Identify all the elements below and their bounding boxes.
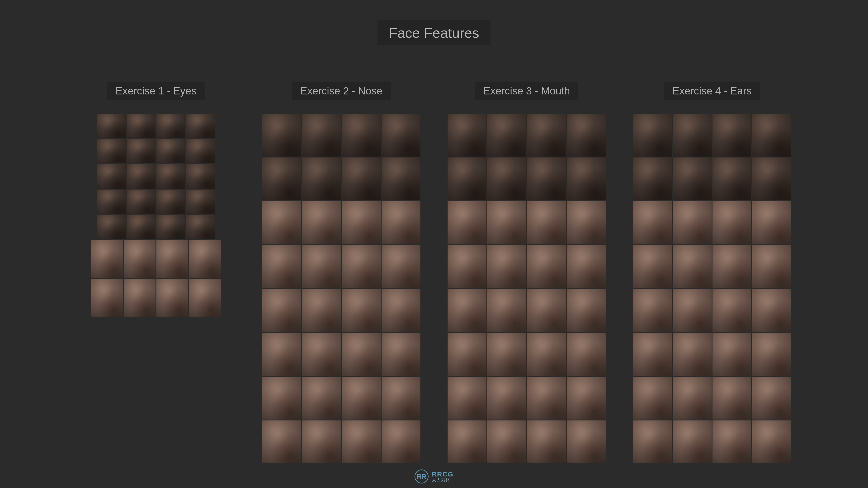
thumb (673, 377, 712, 420)
thumb (262, 201, 301, 244)
column-nose-title: Exercise 2 - Nose (292, 82, 391, 100)
thumb (381, 420, 421, 463)
thumb (487, 245, 526, 288)
thumb (124, 240, 156, 278)
column-nose: Exercise 2 - Nose (262, 82, 421, 463)
thumb (91, 279, 123, 317)
thumb (487, 420, 526, 463)
ears-grid-bottom (633, 201, 791, 463)
thumb (673, 158, 712, 200)
thumb (342, 201, 381, 244)
thumb (381, 158, 421, 200)
nose-grid-top (262, 113, 421, 200)
thumb (487, 113, 526, 157)
thumb (487, 289, 526, 332)
thumb (673, 333, 712, 376)
thumb (752, 377, 791, 420)
thumb (156, 215, 185, 239)
thumb (567, 333, 606, 376)
thumb (712, 113, 751, 157)
thumb (527, 245, 566, 288)
column-mouth-title: Exercise 3 - Mouth (475, 82, 578, 100)
column-mouth: Exercise 3 - Mouth (447, 82, 606, 463)
thumb (186, 215, 215, 239)
thumb (342, 333, 381, 376)
thumb (633, 113, 672, 157)
thumb (633, 333, 672, 376)
thumb (487, 377, 526, 420)
thumb (673, 113, 712, 157)
thumb (712, 245, 751, 288)
watermark-logo-icon: RR (414, 469, 429, 484)
eyes-grid-top (97, 113, 215, 239)
thumb (633, 289, 672, 332)
thumb (447, 245, 487, 288)
thumb (156, 190, 185, 214)
eyes-grid-bottom (91, 240, 221, 317)
thumb (633, 158, 672, 200)
thumb (752, 113, 791, 157)
watermark-line2: 人人素材 (432, 478, 454, 482)
thumb (381, 245, 421, 288)
thumb (97, 139, 126, 163)
thumb (262, 420, 301, 463)
thumb (342, 113, 381, 157)
thumb (633, 201, 672, 244)
thumb (447, 333, 487, 376)
thumb (673, 201, 712, 244)
thumb (712, 333, 751, 376)
thumb (302, 377, 341, 420)
thumb (712, 158, 751, 200)
thumb (381, 333, 421, 376)
thumb (97, 215, 126, 239)
thumb (381, 113, 421, 157)
exercise-columns: Exercise 1 - Eyes Exercise 2 - Nose (0, 82, 868, 463)
thumb (447, 289, 487, 332)
thumb (752, 333, 791, 376)
thumb (567, 158, 606, 200)
thumb (447, 158, 487, 200)
thumb (752, 201, 791, 244)
thumb (712, 201, 751, 244)
mouth-grid-bottom (447, 201, 606, 463)
thumb (381, 201, 421, 244)
thumb (527, 289, 566, 332)
thumb (447, 201, 487, 244)
watermark: RR RRCG 人人素材 (414, 469, 454, 484)
thumb (752, 420, 791, 463)
thumb (302, 289, 341, 332)
thumb (97, 190, 126, 214)
thumb (262, 113, 301, 157)
thumb (186, 113, 215, 138)
thumb (447, 377, 487, 420)
thumb (302, 113, 341, 157)
thumb (712, 289, 751, 332)
thumb (567, 113, 606, 157)
thumb (342, 289, 381, 332)
thumb (381, 289, 421, 332)
thumb (752, 158, 791, 200)
thumb (189, 279, 221, 317)
thumb (262, 333, 301, 376)
thumb (189, 240, 221, 278)
thumb (712, 377, 751, 420)
thumb (527, 113, 566, 157)
thumb (487, 333, 526, 376)
thumb (342, 377, 381, 420)
thumb (302, 245, 341, 288)
thumb (127, 113, 156, 138)
thumb (567, 420, 606, 463)
thumb (156, 279, 188, 317)
thumb (712, 420, 751, 463)
column-eyes: Exercise 1 - Eyes (77, 82, 235, 463)
thumb (91, 240, 123, 278)
thumb (447, 113, 487, 157)
nose-grid-bottom (262, 201, 421, 463)
thumb (186, 139, 215, 163)
thumb (156, 113, 185, 138)
thumb (97, 113, 126, 138)
thumb (527, 201, 566, 244)
thumb (633, 377, 672, 420)
thumb (527, 158, 566, 200)
thumb (447, 420, 487, 463)
